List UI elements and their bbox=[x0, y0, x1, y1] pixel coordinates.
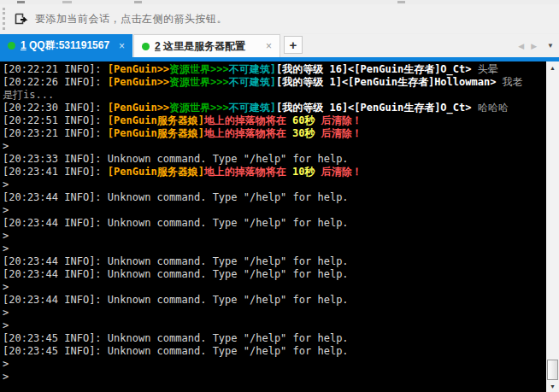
tab-scroll-controls: ◀ ▶ ▼ bbox=[518, 34, 554, 57]
console-line: > bbox=[3, 319, 546, 332]
console-line: [20:22:30 INFO]: [PenGuin>>资源世界>>>不可建筑][… bbox=[3, 102, 546, 114]
partial-icon-artifact bbox=[397, 1, 405, 3]
tab-label: 1 QQ群:531191567 bbox=[21, 38, 112, 53]
toolbar-grip-handle[interactable] bbox=[3, 8, 6, 30]
close-icon[interactable]: × bbox=[266, 41, 272, 51]
tab-qq-group[interactable]: 1 QQ群:531191567 × bbox=[0, 34, 132, 57]
tab-server-config[interactable]: 2 这里是服务器配置 × bbox=[133, 34, 280, 57]
close-icon[interactable]: × bbox=[119, 41, 125, 51]
tab-bar: 1 QQ群:531191567 × 2 这里是服务器配置 × + ◀ ▶ ▼ bbox=[0, 34, 559, 57]
partial-icon-artifact bbox=[17, 1, 25, 3]
console-line: > bbox=[3, 281, 546, 294]
scrollbar-thumb[interactable] bbox=[547, 360, 558, 380]
console-line: [20:23:45 INFO]: Unknown command. Type "… bbox=[3, 332, 546, 345]
tabs-prev-icon[interactable]: ◀ bbox=[518, 42, 524, 50]
console-line: > bbox=[3, 371, 546, 383]
scroll-up-icon[interactable]: ▲ bbox=[546, 61, 559, 73]
toolbar-hint-text: 要添加当前会话，点击左侧的箭头按钮。 bbox=[35, 12, 227, 26]
console-line: > bbox=[3, 140, 546, 153]
new-tab-button[interactable]: + bbox=[284, 36, 303, 54]
console-line: [20:22:21 INFO]: [PenGuin>>资源世界>>>不可建筑][… bbox=[3, 63, 546, 76]
console-line: > bbox=[3, 178, 546, 191]
console-line: > bbox=[3, 358, 546, 371]
console-scrollbar[interactable]: ▲ ▼ bbox=[546, 61, 559, 392]
console-line: [20:23:41 INFO]: [PenGuin服务器娘]地上的掉落物将在 1… bbox=[3, 166, 546, 178]
partial-icon-artifact bbox=[62, 1, 72, 3]
console-line: > bbox=[3, 230, 546, 243]
console-line: [20:23:21 INFO]: [PenGuin服务器娘]地上的掉落物将在 3… bbox=[3, 127, 546, 140]
console-line: [20:23:44 INFO]: Unknown command. Type "… bbox=[3, 217, 546, 230]
console-line: [20:23:44 INFO]: Unknown command. Type "… bbox=[3, 268, 546, 281]
tab-label: 2 这里是服务器配置 bbox=[155, 39, 259, 54]
console-line: > bbox=[3, 307, 546, 319]
console-line: 是打is... bbox=[3, 89, 546, 102]
console-line: [20:23:44 INFO]: Unknown command. Type "… bbox=[3, 191, 546, 204]
console-output[interactable]: [20:22:21 INFO]: [PenGuin>>资源世界>>>不可建筑][… bbox=[0, 61, 546, 392]
console-line: [20:23:44 INFO]: Unknown command. Type "… bbox=[3, 294, 546, 307]
console-line: [20:23:44 INFO]: Unknown command. Type "… bbox=[3, 255, 546, 268]
console-line: [20:23:45 INFO]: Unknown command. Type "… bbox=[3, 345, 546, 358]
status-dot-icon bbox=[142, 43, 150, 50]
add-session-icon[interactable] bbox=[15, 13, 29, 26]
tabs-next-icon[interactable]: ▶ bbox=[531, 42, 537, 50]
scroll-down-icon[interactable]: ▼ bbox=[546, 380, 559, 392]
console-line: [20:22:26 INFO]: [PenGuin>>资源世界>>>不可建筑][… bbox=[3, 76, 546, 89]
console-line: [20:22:51 INFO]: [PenGuin服务器娘]地上的掉落物将在 6… bbox=[3, 114, 546, 127]
console-line: > bbox=[3, 243, 546, 255]
toolbar: 要添加当前会话，点击左侧的箭头按钮。 bbox=[0, 4, 559, 34]
console-line: [20:23:33 INFO]: Unknown command. Type "… bbox=[3, 153, 546, 166]
tab-menu-chevron-icon[interactable]: ▼ bbox=[547, 42, 554, 50]
partial-icon-artifact bbox=[134, 1, 142, 3]
status-dot-icon bbox=[8, 42, 15, 50]
console-line: > bbox=[3, 204, 546, 217]
